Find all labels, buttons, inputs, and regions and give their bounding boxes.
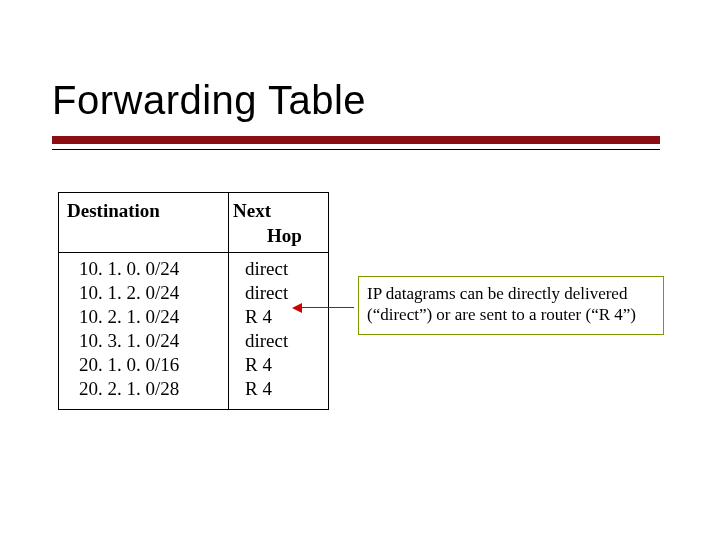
hop-value: R 4 [245,305,320,329]
dest-value: 10. 1. 0. 0/24 [79,257,220,281]
dest-value: 20. 1. 0. 0/16 [79,353,220,377]
forwarding-table: Destination Next Hop 10. 1. 0. 0/24 10. … [58,192,329,410]
hop-value: R 4 [245,377,320,401]
header-nexthop: Next Hop [229,193,329,253]
header-nexthop-line1: Next [233,199,320,224]
header-nexthop-line2: Hop [233,224,320,249]
hop-value: R 4 [245,353,320,377]
page-title: Forwarding Table [52,78,366,123]
dest-value: 10. 1. 2. 0/24 [79,281,220,305]
hop-value: direct [245,257,320,281]
hop-value: direct [245,281,320,305]
callout-box: IP datagrams can be directly delivered (… [358,276,664,335]
table-body-row: 10. 1. 0. 0/24 10. 1. 2. 0/24 10. 2. 1. … [59,253,329,410]
title-underline-thick [52,136,660,144]
hop-cell: direct direct R 4 direct R 4 R 4 [229,253,329,410]
header-destination: Destination [59,193,229,253]
title-underline-thin [52,149,660,150]
hop-value: direct [245,329,320,353]
dest-cell: 10. 1. 0. 0/24 10. 1. 2. 0/24 10. 2. 1. … [59,253,229,410]
dest-value: 20. 2. 1. 0/28 [79,377,220,401]
dest-value: 10. 3. 1. 0/24 [79,329,220,353]
slide: Forwarding Table Destination Next Hop 10… [0,0,720,540]
dest-value: 10. 2. 1. 0/24 [79,305,220,329]
table-header-row: Destination Next Hop [59,193,329,253]
